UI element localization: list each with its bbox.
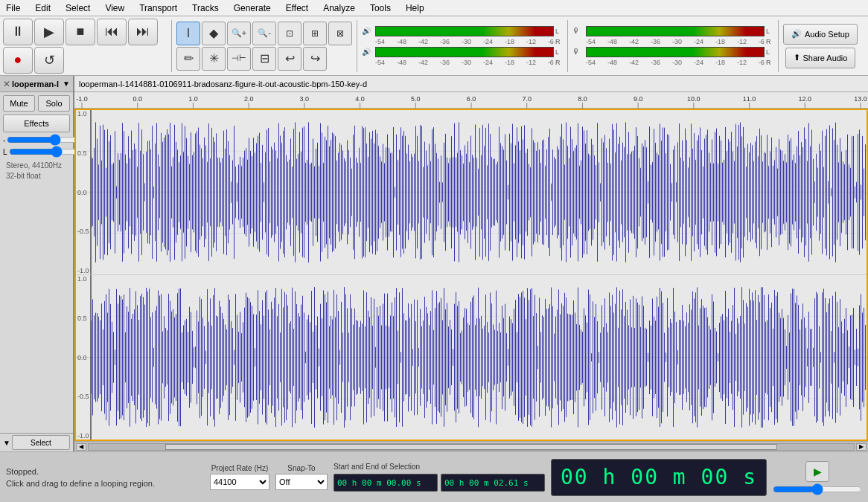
track-panel: ✕ looperman-l ▼ Mute Solo Effects - + L … bbox=[0, 76, 74, 451]
big-time-display: 00 h 00 m 00 s bbox=[551, 459, 767, 496]
project-rate-select[interactable]: 44100 22050 48000 96000 bbox=[210, 474, 269, 490]
vu-lr-label-3: L bbox=[555, 48, 563, 56]
input-vu-scale-bottom: -54-48-42-36-30-24-18-12-6 bbox=[586, 59, 765, 66]
snap-to-select[interactable]: Off Bar Beat bbox=[275, 474, 328, 490]
svg-text:3.0: 3.0 bbox=[300, 95, 310, 103]
waveform-container[interactable]: 1.0 0.5 0.0 -0.5 -1.0 1.0 0.5 0.0 -0.5 bbox=[74, 109, 868, 441]
input-vu-scale-top: -54-48-42-36-30-24-18-12-6 bbox=[586, 38, 765, 45]
output-vu-bar-top[interactable] bbox=[375, 26, 554, 36]
envelope-tool-button[interactable]: ◆ bbox=[202, 22, 226, 45]
input-lr-2: R bbox=[766, 38, 773, 45]
track-header: ✕ looperman-l ▼ bbox=[0, 76, 73, 92]
timeline-ruler: -1.00.01.02.03.04.05.06.07.08.09.010.011… bbox=[74, 92, 868, 109]
svg-text:12.0: 12.0 bbox=[799, 95, 812, 103]
audio-setup-label: Audio Setup bbox=[805, 30, 849, 39]
track-file-header: looperman-l-1414881-0106911-bradosanz-fi… bbox=[74, 76, 868, 92]
selection-start-input[interactable] bbox=[334, 474, 438, 492]
pause-button[interactable]: ⏸ bbox=[3, 19, 33, 45]
svg-text:5.0: 5.0 bbox=[411, 95, 421, 103]
select-button[interactable]: Select bbox=[12, 435, 70, 450]
tools-row-2: ✏ ✳ ⊣⊢ ⊟ ↩ ↪ bbox=[176, 47, 352, 71]
silence-tool-button[interactable]: ⊟ bbox=[252, 47, 276, 71]
gain-min-label: - bbox=[3, 136, 5, 144]
zoom-reset-button[interactable]: ⊠ bbox=[328, 22, 352, 45]
draw-tool-button[interactable]: ✏ bbox=[176, 47, 200, 71]
fit-project-button[interactable]: ⊡ bbox=[278, 22, 301, 45]
menu-generate[interactable]: Generate bbox=[231, 1, 274, 15]
selection-label: Start and End of Selection bbox=[334, 463, 545, 471]
input-lr-1: L bbox=[766, 28, 773, 35]
track-chevron-icon[interactable]: ▼ bbox=[63, 80, 70, 88]
effects-button[interactable]: Effects bbox=[3, 115, 70, 132]
menu-tools[interactable]: Tools bbox=[367, 1, 394, 15]
input-lr-4: R bbox=[766, 59, 773, 66]
zoom-selection-button[interactable]: ⊞ bbox=[303, 22, 327, 45]
svg-text:9.0: 9.0 bbox=[634, 95, 643, 103]
ruler-svg: -1.00.01.02.03.04.05.06.07.08.09.010.011… bbox=[74, 92, 868, 109]
select-tool-button[interactable]: I bbox=[176, 22, 200, 45]
track-info-line2: 32-bit float bbox=[6, 171, 67, 181]
menu-transport[interactable]: Transport bbox=[136, 1, 180, 15]
input-vu-bar-bottom[interactable] bbox=[586, 47, 765, 57]
play-button-sm[interactable]: ▶ bbox=[805, 461, 829, 482]
audio-controls-section: 🔊 Audio Setup ⬆ Share Audio bbox=[783, 24, 858, 68]
zoom-in-button[interactable]: 🔍+ bbox=[227, 22, 251, 45]
menu-tracks[interactable]: Tracks bbox=[189, 1, 222, 15]
scroll-right-button[interactable]: ▶ bbox=[856, 443, 867, 451]
menu-analyze[interactable]: Analyze bbox=[320, 1, 358, 15]
track-info: Stereo, 44100Hz 32-bit float bbox=[3, 159, 70, 183]
menu-edit[interactable]: Edit bbox=[32, 1, 54, 15]
mute-button[interactable]: Mute bbox=[3, 95, 35, 112]
pan-row: L R bbox=[3, 147, 70, 156]
svg-text:4.0: 4.0 bbox=[355, 95, 365, 103]
multi-tool-button[interactable]: ✳ bbox=[202, 47, 226, 71]
selection-end-input[interactable] bbox=[441, 474, 545, 492]
select-row: ▼ Select bbox=[0, 433, 73, 451]
undo-button[interactable]: ↩ bbox=[278, 47, 301, 71]
trim-tool-button[interactable]: ⊣⊢ bbox=[227, 47, 251, 71]
svg-text:1.0: 1.0 bbox=[188, 95, 198, 103]
menu-file[interactable]: File bbox=[3, 1, 23, 15]
play-button[interactable]: ▶ bbox=[34, 19, 64, 45]
input-vu-icon: 🎙 bbox=[572, 27, 584, 35]
menu-help[interactable]: Help bbox=[403, 1, 427, 15]
input-vu-section: 🎙 L -54-48-42-36-30-24-18-12-6 R 🎙 L -54… bbox=[572, 20, 779, 72]
menu-view[interactable]: View bbox=[102, 1, 127, 15]
output-vu-label-top: 🔊 bbox=[362, 27, 374, 35]
track-info-line1: Stereo, 44100Hz bbox=[6, 161, 67, 171]
scroll-track[interactable] bbox=[88, 443, 855, 451]
share-audio-icon: ⬆ bbox=[794, 53, 800, 62]
solo-button[interactable]: Solo bbox=[38, 95, 70, 112]
tools-row-1: I ◆ 🔍+ 🔍- ⊡ ⊞ ⊠ bbox=[176, 22, 352, 45]
scroll-left-button[interactable]: ◀ bbox=[76, 443, 86, 451]
speed-slider[interactable] bbox=[773, 485, 862, 494]
menu-effect[interactable]: Effect bbox=[283, 1, 311, 15]
waveform-canvas-2 bbox=[76, 275, 867, 440]
track-close-button[interactable]: ✕ bbox=[3, 79, 10, 89]
menu-select[interactable]: Select bbox=[63, 1, 93, 15]
scroll-thumb[interactable] bbox=[165, 444, 777, 450]
snap-to-section: Snap-To Off Bar Beat bbox=[275, 464, 328, 490]
record-button[interactable]: ● bbox=[3, 47, 33, 74]
pan-left-label: L bbox=[3, 148, 7, 156]
redo-button[interactable]: ↪ bbox=[303, 47, 327, 71]
audio-setup-button[interactable]: 🔊 Audio Setup bbox=[783, 24, 858, 45]
prev-button[interactable]: ⏮ bbox=[97, 19, 127, 45]
loop-button[interactable]: ↺ bbox=[34, 47, 64, 74]
selection-inputs bbox=[334, 474, 545, 492]
collapse-arrow-icon[interactable]: ▼ bbox=[3, 439, 10, 447]
horizontal-scrollbar[interactable]: ◀ ▶ bbox=[74, 441, 868, 451]
output-vu-bar-bottom[interactable] bbox=[375, 47, 554, 57]
main-content: ✕ looperman-l ▼ Mute Solo Effects - + L … bbox=[0, 76, 868, 451]
tools-rows: I ◆ 🔍+ 🔍- ⊡ ⊞ ⊠ ✏ ✳ ⊣⊢ ⊟ ↩ ↪ bbox=[176, 22, 352, 71]
share-audio-button[interactable]: ⬆ Share Audio bbox=[785, 48, 856, 68]
next-button[interactable]: ⏭ bbox=[128, 19, 158, 45]
project-rate-label: Project Rate (Hz) bbox=[210, 464, 269, 472]
zoom-out-button[interactable]: 🔍- bbox=[252, 22, 276, 45]
track-area: looperman-l-1414881-0106911-bradosanz-fi… bbox=[74, 76, 868, 451]
svg-text:7.0: 7.0 bbox=[522, 95, 532, 103]
vu-lr-label-4: R bbox=[555, 59, 563, 66]
stop-button[interactable]: ■ bbox=[66, 19, 95, 45]
input-vu-bar-top[interactable] bbox=[586, 26, 765, 36]
gain-row: - + bbox=[3, 135, 70, 144]
